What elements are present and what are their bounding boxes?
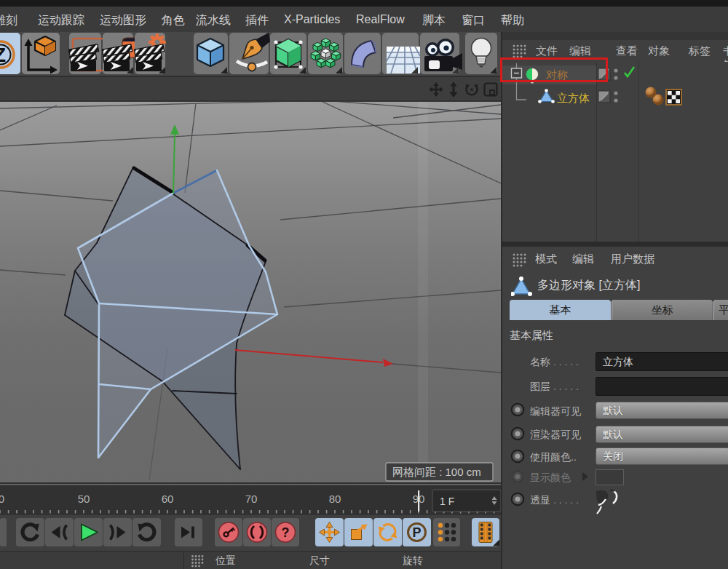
svg-text:50: 50	[78, 493, 90, 505]
svg-text:网格间距 : 100 cm: 网格间距 : 100 cm	[392, 466, 481, 478]
svg-text:80: 80	[329, 493, 341, 505]
svg-text:P: P	[412, 525, 421, 540]
svg-text:1 F: 1 F	[440, 496, 454, 507]
svg-text:60: 60	[162, 493, 174, 505]
svg-text:70: 70	[245, 493, 258, 505]
svg-text:立方体: 立方体	[557, 92, 590, 104]
svg-text:0: 0	[0, 493, 4, 505]
svg-text:?: ?	[282, 525, 290, 540]
svg-text:Z: Z	[0, 44, 6, 66]
